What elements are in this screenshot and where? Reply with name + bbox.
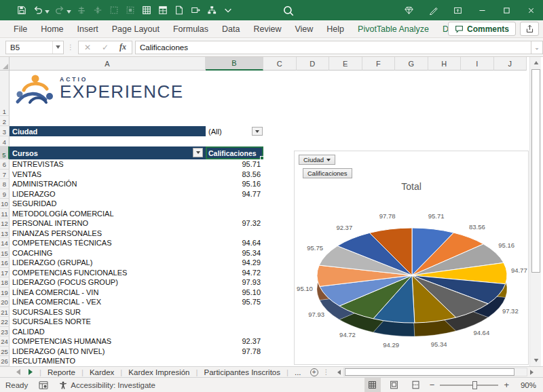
ribbon-tab-pivottable-analyze[interactable]: PivotTable Analyze bbox=[351, 20, 436, 37]
row-header-12[interactable]: 12 bbox=[0, 218, 10, 229]
column-header-f[interactable]: F bbox=[362, 57, 396, 71]
column-header-g[interactable]: G bbox=[395, 57, 428, 71]
sheet-tab-kardex-impresión[interactable]: Kardex Impresión bbox=[122, 368, 195, 376]
redo-dropdown-icon[interactable] bbox=[67, 4, 72, 16]
row-header-18[interactable]: 18 bbox=[0, 277, 10, 288]
row-header-24[interactable]: 24 bbox=[0, 336, 10, 347]
column-header-b[interactable]: B bbox=[206, 57, 263, 71]
ribbon-tab-file[interactable]: File bbox=[7, 20, 34, 37]
column-header-j[interactable]: J bbox=[494, 57, 527, 71]
new-sheet-icon[interactable] bbox=[172, 3, 186, 18]
rating-value-cell[interactable]: 94.64 bbox=[206, 238, 263, 248]
course-name-cell[interactable]: LIDERAZGO (ALTO NIVEL) bbox=[10, 347, 206, 357]
ribbon-tab-home[interactable]: Home bbox=[34, 20, 70, 37]
redo-icon[interactable] bbox=[53, 3, 67, 18]
course-name-cell[interactable]: LIDERAZGO (GRUPAL) bbox=[10, 258, 206, 268]
new-sheet-icon[interactable]: + bbox=[310, 368, 318, 376]
company-logo[interactable]: ACTIO EXPERIENCE bbox=[15, 73, 198, 110]
pivot-rows-header-cell[interactable]: Cursos bbox=[10, 146, 206, 159]
row-header-14[interactable]: 14 bbox=[0, 238, 10, 248]
sheet-tab-reporte[interactable]: Reporte bbox=[41, 368, 81, 376]
ribbon-tab-help[interactable]: Help bbox=[320, 20, 351, 37]
course-name-cell[interactable]: COMPETENCIAS TÉCNICAS bbox=[10, 238, 206, 248]
zoom-level[interactable]: 90% bbox=[514, 381, 536, 389]
pivot-filter-label-cell[interactable]: Ciudad bbox=[10, 126, 206, 136]
hierarchy-icon[interactable] bbox=[205, 3, 219, 18]
column-header-h[interactable]: H bbox=[428, 57, 462, 71]
selected-cell-b5[interactable]: Calificaciones bbox=[206, 146, 263, 159]
view-page-layout-button[interactable] bbox=[386, 378, 402, 392]
select-all-corner[interactable] bbox=[0, 57, 10, 71]
course-name-cell[interactable]: ADMINISTRACIÓN bbox=[10, 179, 206, 189]
rating-value-cell[interactable]: 97.32 bbox=[206, 218, 263, 229]
column-header-d[interactable]: D bbox=[297, 57, 330, 71]
column-header-i[interactable]: I bbox=[461, 57, 494, 71]
row-header-2[interactable]: 2 bbox=[0, 116, 10, 126]
insert-function-icon[interactable]: fx bbox=[114, 41, 132, 54]
course-name-cell[interactable]: ENTREVISTAS bbox=[10, 159, 206, 170]
row-header-26[interactable]: 26 bbox=[0, 356, 10, 366]
undo-dropdown-icon[interactable] bbox=[45, 4, 50, 16]
borders-grid-icon[interactable] bbox=[140, 3, 153, 18]
row-header-20[interactable]: 20 bbox=[0, 297, 10, 307]
course-name-cell[interactable]: LÍNEA COMERCIAL - VEX bbox=[10, 297, 206, 307]
qat-customize-icon[interactable] bbox=[221, 3, 235, 18]
ribbon-tab-insert[interactable]: Insert bbox=[71, 20, 105, 37]
city-filter-dropdown-button[interactable] bbox=[252, 127, 263, 136]
row-header-9[interactable]: 9 bbox=[0, 189, 10, 199]
row-header-23[interactable]: 23 bbox=[0, 327, 10, 337]
row-header-22[interactable]: 22 bbox=[0, 317, 10, 327]
table-design-icon[interactable] bbox=[156, 3, 170, 18]
scroll-up-icon[interactable] bbox=[531, 58, 541, 68]
ribbon-tab-data[interactable]: Data bbox=[215, 20, 246, 37]
course-name-cell[interactable]: RECLUTAMIENTO bbox=[10, 356, 206, 366]
premium-gem-icon[interactable] bbox=[396, 0, 421, 20]
rating-value-cell[interactable]: 95.16 bbox=[206, 179, 263, 189]
vertical-scroll-thumb[interactable] bbox=[531, 69, 540, 273]
zoom-slider-thumb[interactable] bbox=[472, 381, 477, 389]
row-header-21[interactable]: 21 bbox=[0, 307, 10, 317]
tab-split-grip[interactable]: ⋮ bbox=[323, 368, 330, 376]
row-header-4[interactable]: 4 bbox=[0, 136, 10, 146]
share-button[interactable] bbox=[520, 22, 539, 36]
course-name-cell[interactable]: SEGURIDAD bbox=[10, 199, 206, 209]
course-name-cell[interactable]: LIDERAZGO bbox=[10, 189, 206, 199]
row-header-5[interactable]: 5 bbox=[0, 146, 10, 159]
rating-value-cell[interactable]: 95.34 bbox=[206, 248, 263, 258]
horizontal-scroll-thumb[interactable] bbox=[345, 368, 515, 376]
sheet-tab-overflow[interactable]: ... bbox=[288, 368, 307, 376]
pie-3d-chart[interactable]: 95.7183.5695.1694.7797.3294.6495.3494.29… bbox=[295, 151, 528, 364]
row-header-19[interactable]: 19 bbox=[0, 288, 10, 298]
rating-value-cell[interactable]: 94.29 bbox=[206, 258, 263, 268]
scroll-right-icon[interactable] bbox=[527, 368, 536, 376]
select-region-icon[interactable] bbox=[107, 3, 121, 18]
row-header-11[interactable]: 11 bbox=[0, 209, 10, 219]
course-name-cell[interactable]: LÍNEA COMERCIAL - VIN bbox=[10, 288, 206, 298]
formula-input[interactable]: Calificaciones bbox=[135, 41, 531, 54]
zoom-out-icon[interactable]: − bbox=[430, 380, 435, 389]
rating-value-cell[interactable]: 92.37 bbox=[206, 336, 263, 347]
ribbon-tab-view[interactable]: View bbox=[288, 20, 320, 37]
rating-value-cell[interactable]: 97.93 bbox=[206, 277, 263, 288]
row-header-7[interactable]: 7 bbox=[0, 170, 10, 180]
rating-value-cell[interactable]: 83.56 bbox=[206, 170, 263, 180]
cancel-entry-icon[interactable]: ✕ bbox=[79, 41, 96, 54]
ribbon-tab-page-layout[interactable]: Page Layout bbox=[105, 20, 166, 37]
course-name-cell[interactable]: COMPETENCIAS FUNCIONALES bbox=[10, 268, 206, 278]
ribbon-display-icon[interactable] bbox=[445, 0, 470, 20]
move-chart-icon[interactable] bbox=[189, 3, 202, 18]
comments-button[interactable]: Comments bbox=[448, 22, 516, 36]
select-visible-icon[interactable] bbox=[124, 3, 137, 18]
save-icon[interactable] bbox=[15, 3, 29, 18]
accessibility-status[interactable]: Accessibility: Investigate bbox=[59, 381, 155, 389]
row-header-16[interactable]: 16 bbox=[0, 258, 10, 268]
sheet-tab-kardex[interactable]: Kardex bbox=[83, 368, 120, 376]
course-name-cell[interactable]: COMPETENCIAS HUMANAS bbox=[10, 336, 206, 347]
pivot-chart-object[interactable]: Ciudad Calificaciones Total 95.7183.5695… bbox=[294, 151, 529, 365]
sheet-nav-left-icon[interactable] bbox=[16, 368, 20, 376]
scroll-down-icon[interactable] bbox=[531, 355, 541, 366]
row-header-17[interactable]: 17 bbox=[0, 268, 10, 278]
undo-icon[interactable] bbox=[31, 3, 45, 18]
rating-value-cell[interactable]: 95.71 bbox=[206, 159, 263, 170]
ribbon-tab-formulas[interactable]: Formulas bbox=[166, 20, 215, 37]
